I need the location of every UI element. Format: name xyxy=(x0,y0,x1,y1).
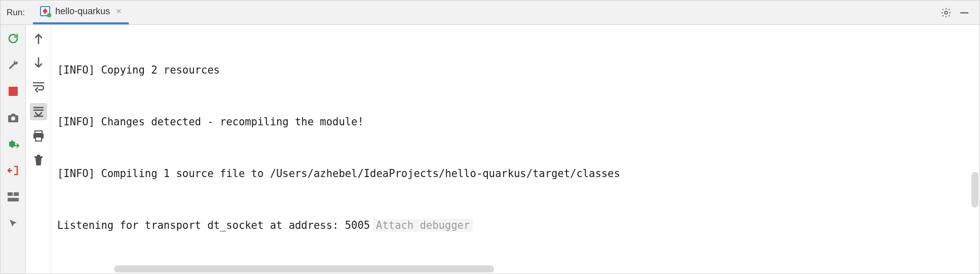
stop-button[interactable] xyxy=(5,83,22,100)
console-line: [INFO] Changes detected - recompiling th… xyxy=(57,113,973,130)
run-tab-label: hello-quarkus xyxy=(55,6,110,17)
close-tab-icon[interactable]: × xyxy=(116,6,122,17)
down-arrow-icon[interactable] xyxy=(30,54,47,72)
svg-rect-10 xyxy=(35,131,42,133)
svg-point-5 xyxy=(11,117,15,121)
quarkus-run-config-icon xyxy=(40,6,51,17)
vertical-scrollbar[interactable] xyxy=(971,172,978,208)
up-arrow-icon[interactable] xyxy=(30,30,47,47)
left-toolbar-primary xyxy=(1,25,26,273)
run-label: Run: xyxy=(7,8,25,18)
horizontal-scrollbar[interactable] xyxy=(114,265,494,272)
attach-debugger-link[interactable]: Attach debugger xyxy=(373,219,473,232)
run-tab[interactable]: hello-quarkus × xyxy=(33,1,129,24)
console-line: Listening for transport dt_socket at add… xyxy=(57,217,973,234)
minimize-icon[interactable] xyxy=(955,4,973,22)
svg-rect-14 xyxy=(37,155,40,156)
svg-rect-12 xyxy=(35,137,42,141)
scroll-to-end-icon[interactable] xyxy=(30,103,47,120)
svg-rect-9 xyxy=(8,198,19,201)
run-tool-body: [INFO] Copying 2 resources [INFO] Change… xyxy=(1,25,979,273)
print-icon[interactable] xyxy=(30,127,47,145)
wrench-icon[interactable] xyxy=(5,56,22,74)
debug-attach-icon[interactable] xyxy=(5,135,22,153)
camera-icon[interactable] xyxy=(5,109,22,126)
layout-icon[interactable] xyxy=(5,188,22,206)
rerun-button[interactable] xyxy=(5,30,22,47)
run-tool-header: Run: hello-quarkus × xyxy=(1,1,979,25)
console-output[interactable]: [INFO] Copying 2 resources [INFO] Change… xyxy=(51,25,979,273)
left-toolbar-secondary xyxy=(26,25,51,273)
gear-icon[interactable] xyxy=(937,4,955,22)
soft-wrap-icon[interactable] xyxy=(30,79,47,96)
svg-rect-7 xyxy=(8,192,13,196)
pin-icon[interactable] xyxy=(5,215,22,232)
svg-point-2 xyxy=(945,11,948,14)
svg-rect-13 xyxy=(34,156,43,158)
svg-rect-8 xyxy=(14,192,19,196)
console-line: [INFO] Compiling 1 source file to /Users… xyxy=(57,165,973,182)
svg-rect-4 xyxy=(9,87,18,96)
exit-icon[interactable] xyxy=(5,162,22,179)
trash-icon[interactable] xyxy=(30,152,47,169)
console-line: [INFO] Copying 2 resources xyxy=(57,61,973,79)
svg-rect-3 xyxy=(960,12,968,14)
